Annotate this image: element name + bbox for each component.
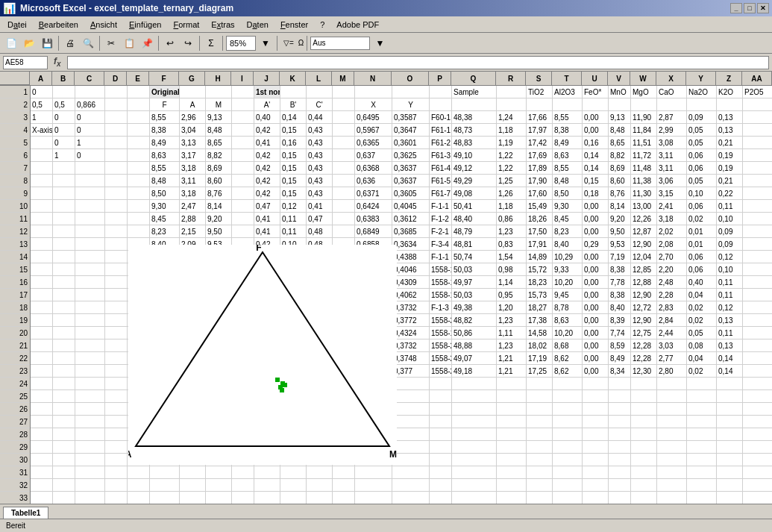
cell-row31-col5[interactable] [150, 454, 180, 466]
cell-z2[interactable] [717, 98, 743, 111]
col-header-q[interactable]: Q [451, 72, 496, 85]
cell-row33-col6[interactable] [180, 479, 206, 492]
cell-j2[interactable]: A' [254, 98, 280, 111]
cell-d10[interactable] [105, 200, 128, 213]
cell-aa8[interactable] [743, 175, 772, 187]
cell-row25-col16[interactable] [452, 378, 497, 390]
cell-row25-col20[interactable] [583, 378, 609, 390]
cell-row31-col9[interactable] [254, 454, 280, 466]
cell-o2[interactable]: Y [392, 98, 430, 111]
cell-row28-col14[interactable] [392, 416, 430, 428]
cell-o8[interactable]: 0,3637 [392, 175, 430, 187]
cell-row32-col14[interactable] [392, 466, 430, 479]
cell-q6[interactable]: 49,10 [452, 149, 497, 162]
cell-p5[interactable]: F61-2 [430, 137, 452, 149]
cell-l3[interactable]: 0,44 [307, 111, 333, 124]
cell-s2[interactable] [527, 98, 553, 111]
cell-e4[interactable] [128, 124, 150, 137]
cell-row29-col14[interactable] [392, 428, 430, 441]
cell-f8[interactable]: 8,48 [150, 175, 180, 187]
cell-row33-col23[interactable] [657, 479, 687, 492]
cell-k7[interactable]: 0,15 [280, 162, 307, 175]
cell-row29-col11[interactable] [307, 428, 333, 441]
cell-o7[interactable]: 0,3637 [392, 162, 430, 175]
cell-row33-col15[interactable] [430, 479, 452, 492]
cell-s6[interactable]: 17,69 [527, 149, 553, 162]
cell-z5[interactable]: 0,21 [717, 137, 743, 149]
cell-b3[interactable]: 0 [53, 111, 75, 124]
cell-row30-col14[interactable] [392, 441, 430, 454]
cell-row32-col6[interactable] [180, 466, 206, 479]
cell-h6[interactable]: 8,82 [206, 149, 232, 162]
cell-h2[interactable]: M [206, 98, 232, 111]
cell-r9[interactable]: 1,26 [497, 187, 527, 200]
cell-w2[interactable] [631, 98, 657, 111]
cell-row27-col16[interactable] [452, 403, 497, 416]
cell-row34-col25[interactable] [717, 492, 743, 504]
cell-u2[interactable] [583, 98, 609, 111]
cell-row34-col23[interactable] [657, 492, 687, 504]
cell-row32-col24[interactable] [687, 466, 717, 479]
cell-row34-col1[interactable] [53, 492, 75, 504]
cell-j1[interactable]: 1st normalization [254, 86, 280, 98]
cell-e3[interactable] [128, 111, 150, 124]
cell-row27-col9[interactable] [254, 403, 280, 416]
cell-m6[interactable] [333, 149, 355, 162]
cell-m7[interactable] [333, 162, 355, 175]
cell-h3[interactable]: 9,13 [206, 111, 232, 124]
cell-row25-col9[interactable] [254, 378, 280, 390]
cell-q3[interactable]: 48,38 [452, 111, 497, 124]
cell-l7[interactable]: 0,43 [307, 162, 333, 175]
row-num-12[interactable]: 12 [0, 225, 30, 238]
cell-row30-col9[interactable] [254, 441, 280, 454]
cell-row28-col3[interactable] [105, 416, 128, 428]
cell-row32-col0[interactable] [31, 466, 53, 479]
cell-e10[interactable] [128, 200, 150, 213]
cell-row33-col4[interactable] [128, 479, 150, 492]
cell-d9[interactable] [105, 187, 128, 200]
cell-row30-col26[interactable] [743, 441, 772, 454]
cell-k10[interactable]: 0,12 [280, 200, 307, 213]
cell-aa3[interactable] [743, 111, 772, 124]
cell-a4[interactable]: X-axis [31, 124, 53, 137]
cell-row33-col5[interactable] [150, 479, 180, 492]
cell-row30-col1[interactable] [53, 441, 75, 454]
cell-n3[interactable]: 0,6495 [355, 111, 392, 124]
row-num-13[interactable]: 13 [0, 238, 30, 251]
cell-row32-col17[interactable] [497, 466, 527, 479]
cell-row31-col8[interactable] [232, 454, 254, 466]
maximize-button[interactable]: □ [744, 3, 756, 13]
cell-m9[interactable] [333, 187, 355, 200]
cell-x8[interactable]: 3,06 [657, 175, 687, 187]
cell-row33-col24[interactable] [687, 479, 717, 492]
cell-row34-col13[interactable] [355, 492, 392, 504]
cell-y8[interactable]: 0,05 [687, 175, 717, 187]
cell-row33-col8[interactable] [232, 479, 254, 492]
cell-j4[interactable]: 0,42 [254, 124, 280, 137]
cell-i10[interactable] [232, 200, 254, 213]
cell-row27-col6[interactable] [180, 403, 206, 416]
cell-row34-col14[interactable] [392, 492, 430, 504]
row-num-7[interactable]: 7 [0, 162, 30, 175]
cell-row25-col3[interactable] [105, 378, 128, 390]
cell-row29-col25[interactable] [717, 428, 743, 441]
cell-row29-col13[interactable] [355, 428, 392, 441]
cell-row28-col10[interactable] [280, 416, 307, 428]
cell-row30-col11[interactable] [307, 441, 333, 454]
cell-row30-col13[interactable] [355, 441, 392, 454]
cell-a8[interactable] [31, 175, 53, 187]
cell-row28-col22[interactable] [631, 416, 657, 428]
cell-row28-col16[interactable] [452, 416, 497, 428]
col-header-a[interactable]: A [30, 72, 52, 85]
cell-v2[interactable] [609, 98, 631, 111]
cell-row28-col1[interactable] [53, 416, 75, 428]
cell-a1[interactable]: 0 [31, 86, 53, 98]
cell-w4[interactable]: 11,84 [631, 124, 657, 137]
cell-t7[interactable]: 8,55 [553, 162, 583, 175]
cell-row32-col22[interactable] [631, 466, 657, 479]
cell-row34-col8[interactable] [232, 492, 254, 504]
new-button[interactable]: 📄 [3, 35, 19, 51]
cell-row27-col20[interactable] [583, 403, 609, 416]
cell-r7[interactable]: 1,22 [497, 162, 527, 175]
cell-d8[interactable] [105, 175, 128, 187]
